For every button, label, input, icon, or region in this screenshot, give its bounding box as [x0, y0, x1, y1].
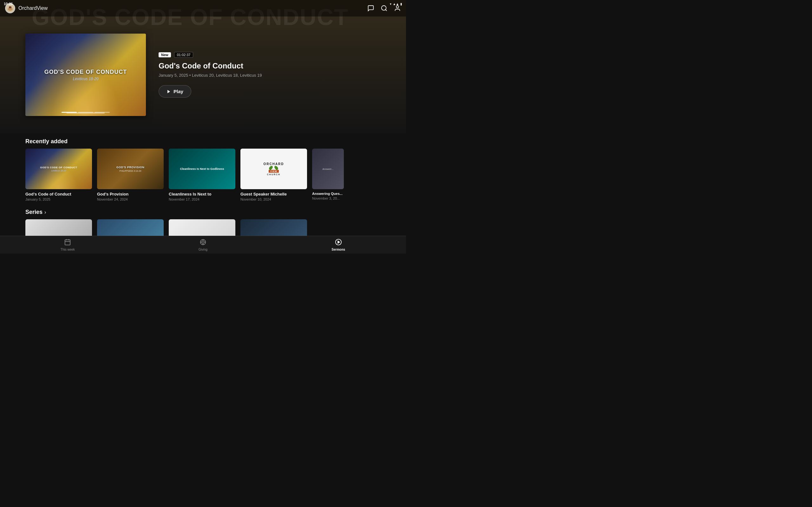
list-item[interactable] — [97, 219, 164, 236]
hero-title: God's Code of Conduct — [159, 61, 380, 70]
list-item[interactable]: Answeri... Answering Ques... November 3,… — [312, 149, 344, 201]
card-date: November 3, 20... — [312, 196, 344, 200]
svg-marker-18 — [338, 241, 340, 243]
series-arrow[interactable]: › — [44, 210, 46, 215]
list-item[interactable]: Cleanliness Is Next to Godliness Cleanli… — [169, 149, 235, 201]
list-item[interactable]: GOD'S PROVISION PHILIPPIANS 4:10-20 God'… — [97, 149, 164, 201]
progress-dot-2 — [78, 112, 93, 113]
duration-badge: 01:02:37 — [174, 52, 194, 58]
hero-content: GOD'S CODE OF CONDUCT Leviticus 18-20 Ne… — [0, 16, 406, 133]
nav-label-sermons: Sermons — [332, 248, 345, 251]
svg-point-12 — [202, 241, 204, 243]
card-title: Answering Ques... — [312, 192, 344, 195]
card-date: November 17, 2024 — [169, 198, 235, 201]
series-title: Series — [26, 209, 43, 216]
list-item[interactable]: ORCHARD VIEW CHURCH Guest Speaker Michel… — [241, 149, 307, 201]
status-icons: ▾ ▲▲ ▮ — [390, 2, 402, 6]
card-title: God's Provision — [97, 192, 164, 196]
nav-item-giving[interactable]: Giving — [136, 237, 271, 252]
card-date: November 10, 2024 — [241, 198, 307, 201]
card-date: November 24, 2024 — [97, 198, 164, 201]
svg-marker-6 — [167, 90, 170, 93]
list-item[interactable]: GOD'S CODE OF CONDUCT Leviticus 18-20 Go… — [26, 149, 92, 201]
wifi-icon: ▾ — [390, 2, 392, 6]
nav-item-this-week[interactable]: This week — [0, 237, 136, 252]
signal-icon: ▲▲ — [393, 2, 399, 6]
series-header: Series › — [0, 209, 406, 216]
recently-added-cards: GOD'S CODE OF CONDUCT Leviticus 18-20 Go… — [0, 149, 406, 201]
hero-meta: January 5, 2025 • Leviticus 20, Leviticu… — [159, 73, 380, 78]
list-item[interactable] — [169, 219, 235, 236]
nav-label-this-week: This week — [61, 248, 75, 251]
hero-info: New 01:02:37 God's Code of Conduct Janua… — [159, 52, 380, 98]
status-time: 10:26 — [4, 2, 13, 6]
series-cards — [0, 219, 406, 236]
list-item[interactable] — [26, 219, 92, 236]
svg-line-4 — [386, 9, 387, 11]
status-bar: 10:26 ▾ ▲▲ ▮ — [0, 0, 406, 8]
nav-item-sermons[interactable]: Sermons — [270, 237, 406, 252]
progress-dots — [61, 112, 110, 113]
sermons-icon — [335, 239, 342, 247]
hero-section: GOD'S CODE OF CONDUCTus 18-20 GOD'S CODE… — [0, 0, 406, 133]
play-label: Play — [173, 89, 183, 94]
progress-dot-1 — [61, 112, 77, 113]
hero-thumbnail[interactable]: GOD'S CODE OF CONDUCT Leviticus 18-20 — [26, 34, 146, 116]
card-title: Cleanliness Is Next to — [169, 192, 235, 196]
giving-icon — [200, 239, 206, 247]
svg-rect-7 — [65, 239, 70, 245]
card-title: God's Code of Conduct — [26, 192, 92, 196]
recently-added-title: Recently added — [26, 138, 67, 145]
hero-thumb-subtitle: Leviticus 18-20 — [73, 77, 99, 81]
progress-dot-3 — [95, 112, 110, 113]
hero-badges: New 01:02:37 — [159, 52, 380, 58]
card-date: January 5, 2025 — [26, 198, 92, 201]
calendar-icon — [64, 239, 71, 247]
hero-thumb-title: GOD'S CODE OF CONDUCT — [38, 69, 133, 75]
content-area: Recently added GOD'S CODE OF CONDUCT Lev… — [0, 133, 406, 236]
card-title: Guest Speaker Michelle — [241, 192, 307, 196]
nav-label-giving: Giving — [199, 248, 207, 251]
new-badge: New — [159, 52, 171, 57]
play-button[interactable]: Play — [159, 85, 191, 98]
recently-added-header: Recently added — [0, 138, 406, 145]
battery-icon: ▮ — [400, 2, 402, 6]
list-item[interactable] — [241, 219, 307, 236]
bottom-nav: This week Giving Sermons — [0, 236, 406, 253]
